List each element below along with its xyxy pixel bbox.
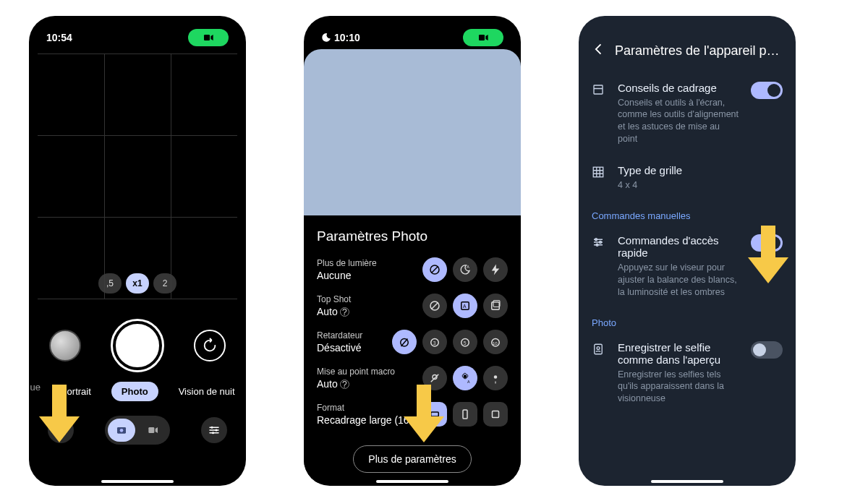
svg-line-16 [432,302,438,309]
timer-5-icon: 5 [459,335,472,348]
clock: 10:54 [46,32,72,43]
phone-3-camera-settings: Paramètres de l'appareil p… Conseils de … [579,16,796,486]
video-pill[interactable] [188,29,229,46]
back-arrow-icon [592,42,606,56]
format-tall[interactable] [453,402,477,427]
title: Conseils de cadrage [618,82,741,94]
status-bar: 10:54 [38,25,237,53]
quick-controls-toggle[interactable] [751,234,783,252]
clock: 10:10 [334,32,360,43]
flash-icon [489,263,502,276]
videocam-icon [148,426,159,434]
none-icon [428,263,441,276]
svg-rect-36 [493,411,499,417]
mode-carousel[interactable]: ue Portrait Photo Vision de nuit [38,376,237,407]
zoom-0-5[interactable]: ,5 [98,273,122,294]
flower-off-icon [428,372,441,385]
help-icon[interactable]: ? [340,307,349,317]
timer-off[interactable] [392,330,417,354]
video-icon [477,33,489,42]
subtitle: Enregistrer les selfies tels qu'ils appa… [618,369,741,406]
mode-photo[interactable]: Photo [111,382,158,401]
phone-2-photo-settings: 10:10 Paramètres Photo Plus de lumière A… [304,16,521,486]
camera-preview[interactable] [304,49,521,215]
tune-icon [592,236,605,249]
macro-on[interactable] [483,366,508,390]
setting-grid-type[interactable]: Type de grille 4 x 4 [587,157,787,203]
flower-auto-icon: A [459,372,472,385]
label: Retardateur [317,330,362,341]
macro-off[interactable] [422,366,447,390]
back-button[interactable] [592,42,606,60]
topshot-on[interactable] [483,294,508,318]
timer-3-icon: 3 [428,335,441,348]
viewfinder-grid[interactable] [38,53,237,299]
toggle-photo[interactable] [108,419,135,442]
topshot-auto[interactable]: A [453,294,477,318]
timer-5s[interactable]: 5 [453,330,477,354]
photo-video-toggle[interactable] [105,416,170,445]
light-night[interactable]: A [453,257,477,282]
settings-header: Paramètres de l'appareil p… [587,25,787,74]
svg-text:3: 3 [433,340,436,345]
topshot-off[interactable] [422,294,447,318]
mode-portrait[interactable]: Portrait [51,382,101,401]
timer-10s[interactable]: 10 [483,330,508,354]
settings-gear-button[interactable] [48,417,74,443]
zoom-2x[interactable]: 2 [153,273,176,294]
svg-text:A: A [467,379,470,383]
crop-square-icon [489,408,502,421]
framing-toggle[interactable] [751,82,783,99]
svg-line-30 [431,374,439,382]
svg-rect-34 [431,412,439,416]
light-none[interactable] [422,257,447,282]
row-retardateur: Retardateur Désactivé 3 5 10 [317,327,508,363]
flip-camera-button[interactable] [194,330,226,361]
crop-wide-icon [428,408,441,421]
label: Top Shot [317,294,351,304]
setting-framing-tips[interactable]: Conseils de cadrage Conseils et outils à… [587,74,787,158]
more-settings-button[interactable]: Plus de paramètres [353,445,471,473]
mode-night[interactable]: Vision de nuit [169,382,245,401]
camera-icon [116,424,127,436]
toggle-video[interactable] [140,419,167,442]
night-icon [321,33,331,43]
svg-rect-11 [479,35,485,40]
svg-point-33 [494,375,498,379]
zoom-1x[interactable]: x1 [126,273,149,294]
page-title: Paramètres de l'appareil p… [615,43,780,59]
svg-point-6 [211,426,213,428]
home-indicator [651,480,723,483]
timer-3s[interactable]: 3 [422,330,447,354]
sliders-icon [208,424,221,437]
video-pill[interactable] [463,29,503,46]
selfie-mirror-toggle[interactable] [751,341,783,359]
format-square[interactable] [483,402,508,427]
format-wide[interactable] [422,402,447,427]
setting-selfie-mirror[interactable]: Enregistrer le selfie comme dans l'aperç… [587,334,787,417]
svg-text:A: A [467,264,469,268]
frame-icon [592,83,605,96]
label: Format [317,403,409,413]
shutter-button[interactable] [113,321,162,370]
timer-off-icon [398,335,411,348]
sliders-button[interactable] [201,417,227,443]
subtitle: 4 x 4 [618,179,783,192]
gallery-thumbnail[interactable] [49,330,81,361]
timer-10-icon: 10 [489,335,502,348]
help-icon[interactable]: ? [340,380,349,389]
svg-rect-0 [204,35,210,40]
home-indicator [101,480,174,483]
flip-icon [202,338,218,354]
svg-text:10: 10 [493,341,498,345]
status-bar: 10:10 [312,25,512,46]
zoom-selector[interactable]: ,5 x1 2 [38,273,237,294]
svg-line-13 [432,266,438,273]
svg-rect-35 [463,410,467,419]
light-flash[interactable] [483,257,508,282]
macro-auto[interactable]: A [453,366,477,390]
night-auto-icon: A [459,263,472,276]
svg-text:A: A [463,304,467,309]
label: Plus de lumière [317,258,377,268]
setting-quick-controls[interactable]: Commandes d'accès rapide Appuyez sur le … [587,227,787,310]
